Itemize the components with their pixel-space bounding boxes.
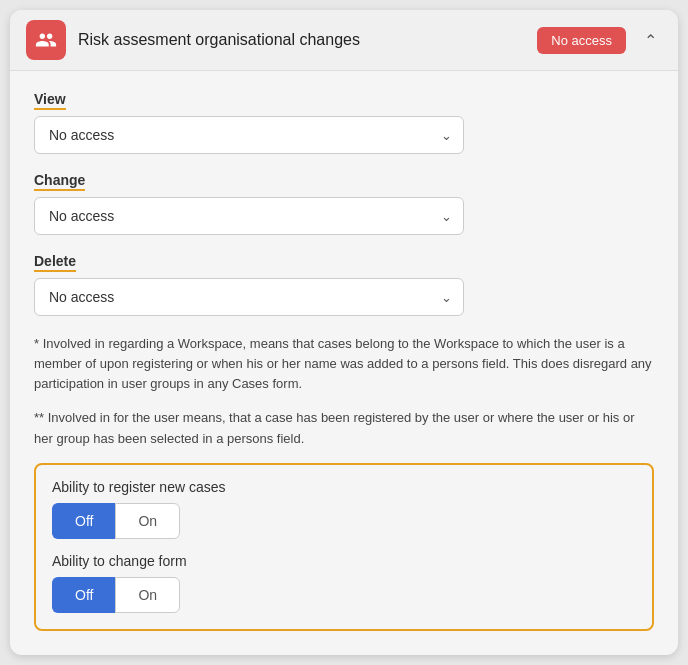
change-form-toggle-row: Ability to change form Off On bbox=[52, 553, 636, 613]
permission-card: Risk assesment organisational changes No… bbox=[10, 10, 678, 655]
register-cases-on-button[interactable]: On bbox=[115, 503, 180, 539]
card-content: View No access All Involved Own ⌄ Change… bbox=[10, 71, 678, 655]
change-form-toggle-buttons: Off On bbox=[52, 577, 636, 613]
no-access-badge[interactable]: No access bbox=[537, 27, 626, 54]
card-header: Risk assesment organisational changes No… bbox=[10, 10, 678, 71]
page-title: Risk assesment organisational changes bbox=[78, 31, 525, 49]
register-cases-toggle-buttons: Off On bbox=[52, 503, 636, 539]
collapse-button[interactable]: ⌃ bbox=[638, 28, 662, 52]
view-label: View bbox=[34, 91, 66, 110]
change-label: Change bbox=[34, 172, 85, 191]
people-icon bbox=[26, 20, 66, 60]
delete-label: Delete bbox=[34, 253, 76, 272]
delete-field-group: Delete No access All Involved Own ⌄ bbox=[34, 253, 654, 316]
change-field-group: Change No access All Involved Own ⌄ bbox=[34, 172, 654, 235]
change-form-label: Ability to change form bbox=[52, 553, 636, 569]
register-cases-off-button[interactable]: Off bbox=[52, 503, 115, 539]
view-select-wrapper: No access All Involved Own ⌄ bbox=[34, 116, 464, 154]
delete-select-wrapper: No access All Involved Own ⌄ bbox=[34, 278, 464, 316]
change-form-off-button[interactable]: Off bbox=[52, 577, 115, 613]
view-select[interactable]: No access All Involved Own bbox=[34, 116, 464, 154]
change-form-on-button[interactable]: On bbox=[115, 577, 180, 613]
change-select-wrapper: No access All Involved Own ⌄ bbox=[34, 197, 464, 235]
change-select[interactable]: No access All Involved Own bbox=[34, 197, 464, 235]
note-1: * Involved in regarding a Workspace, mea… bbox=[34, 334, 654, 394]
delete-select[interactable]: No access All Involved Own bbox=[34, 278, 464, 316]
register-cases-toggle-row: Ability to register new cases Off On bbox=[52, 479, 636, 539]
note-2: ** Involved in for the user means, that … bbox=[34, 408, 654, 448]
toggle-section: Ability to register new cases Off On Abi… bbox=[34, 463, 654, 631]
view-field-group: View No access All Involved Own ⌄ bbox=[34, 91, 654, 154]
register-cases-label: Ability to register new cases bbox=[52, 479, 636, 495]
